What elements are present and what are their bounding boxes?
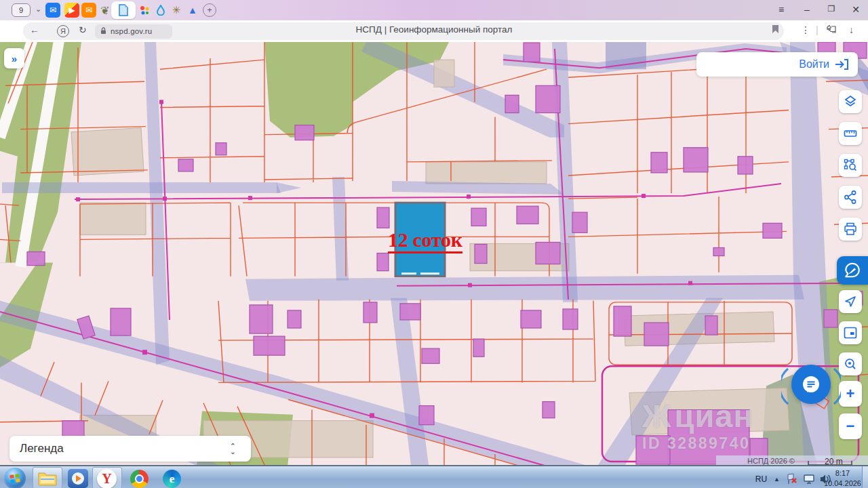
share-button[interactable] [839,186,862,209]
pinned-tab-services-icon[interactable] [137,3,152,18]
active-tab-document-icon [118,4,129,16]
draw-tool-icon [844,262,861,279]
chrome-icon[interactable] [130,470,149,488]
window-restore-button[interactable]: ❐ [825,4,838,14]
more-menu-icon[interactable]: ⋮ [801,24,810,35]
clock-date: 10.04.2026 [824,479,861,488]
map-viewport[interactable]: » Войти + − 12 соток Жциан ID 32889740 Л… [0,42,868,465]
divider: | [816,24,818,35]
screenshot-button[interactable] [839,321,862,344]
windows-taskbar: Y e RU ▲ 8:17 10.04.2026 [0,465,868,488]
pinned-tab-play-icon[interactable]: ▶ [64,3,79,18]
search-area-button[interactable] [839,154,862,177]
taskbar-clock[interactable]: 8:17 10.04.2026 [824,468,861,488]
pinned-tab-a-icon[interactable]: ▲ [185,3,200,18]
copyright-text: НСПД 2026 © [747,457,795,465]
bookmark-icon[interactable] [772,24,779,36]
explorer-icon[interactable] [38,470,57,487]
watermark: Жциан ID 32889740 [642,400,753,453]
pinned-tab-mailru-icon[interactable]: ✉ [81,3,96,18]
login-label: Войти [799,58,829,70]
browser-menu-icon[interactable]: ≡ [774,4,788,15]
tray-expand-icon[interactable]: ▲ [774,476,780,483]
downloads-icon[interactable]: ↓ [849,24,854,35]
draw-tool-button-active[interactable] [837,256,868,285]
yandex-browser-icon[interactable]: Y [97,469,117,488]
edge-icon[interactable]: e [163,470,181,488]
active-tab[interactable] [111,1,136,19]
tab-list-chevron-icon[interactable]: ⌄ [35,5,41,14]
zoom-in-button[interactable]: + [839,381,862,407]
cian-logo-glyph: Ж [642,398,671,434]
ruler-button[interactable] [839,122,862,145]
browser-address-bar: ← Я ↻ nspd.gov.ru НСПД | Геоинформационн… [0,20,868,42]
language-indicator[interactable]: RU [755,474,767,484]
collections-icon[interactable] [825,24,836,36]
system-tray: RU ▲ [755,466,831,488]
legend-panel[interactable]: Легенда ⌃⌄ [9,436,251,462]
sidebar-expand-button[interactable]: » [4,48,24,68]
my-location-button[interactable] [839,290,862,313]
show-desktop-button[interactable] [862,466,868,488]
pinned-tab-mail-icon[interactable]: ✉ [45,3,60,18]
browser-tab-strip: 9 ⌄ ✉ ▶ ✉ ❦ ✳ ▲ + ≡ – ❐ ✕ [0,0,868,20]
pinned-tab-emblem-icon[interactable]: ❦ [98,3,113,18]
layers-button[interactable] [839,90,862,113]
legend-sort-icon[interactable]: ⌃⌄ [230,444,236,454]
media-player-icon[interactable] [68,469,88,488]
login-arrow-icon [835,59,848,70]
tab-group-count[interactable]: 9 [12,3,31,17]
page-title: НСПД | Геоинформационный портал [0,24,868,35]
window-minimize-button[interactable]: – [800,4,814,15]
watermark-word: циан [674,398,753,434]
print-button[interactable] [839,218,862,241]
pinned-tab-gov-eagle-icon[interactable]: ✳ [169,3,184,18]
login-button[interactable]: Войти [696,52,858,77]
chat-button-arcs [781,367,841,405]
zoom-out-button[interactable]: − [839,413,862,439]
window-close-button[interactable]: ✕ [849,4,863,15]
new-tab-button[interactable]: + [203,3,216,17]
legend-label: Легенда [20,442,230,455]
locate-object-button[interactable] [839,352,862,375]
pinned-tab-drop-icon[interactable] [153,3,168,18]
parcel-area-label: 12 соток [388,230,462,253]
watermark-id: ID 32889740 [642,434,753,453]
start-button[interactable] [4,468,26,488]
clock-time: 8:17 [824,468,861,479]
